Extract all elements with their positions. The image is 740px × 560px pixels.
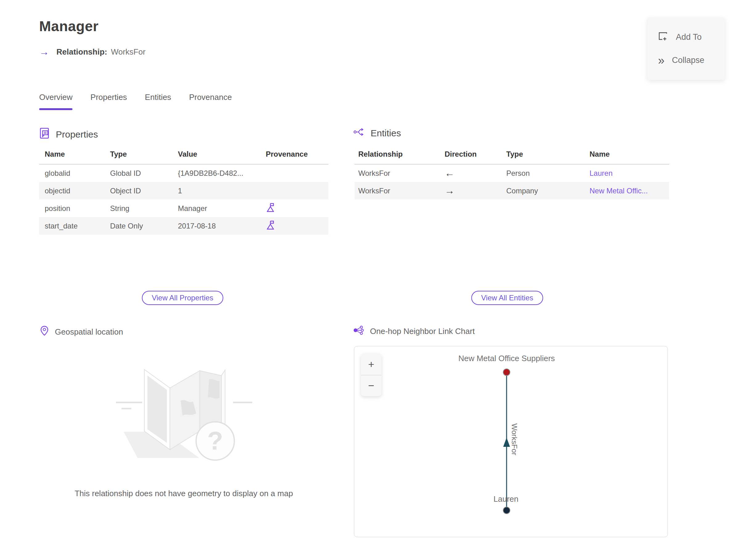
- col-name: Name: [586, 150, 669, 159]
- node-label-person: Lauren: [494, 494, 519, 504]
- document-note-icon: [39, 127, 50, 141]
- relationship-detail-page: Manager → Relationship: WorksFor Add To …: [0, 0, 740, 560]
- prop-name: start_date: [39, 222, 104, 230]
- col-name: Name: [39, 150, 104, 159]
- relationship-value: WorksFor: [111, 47, 146, 57]
- tab-properties[interactable]: Properties: [90, 93, 127, 110]
- edge-arrowhead-icon: [503, 438, 510, 447]
- no-geometry-message: This relationship does not have geometry…: [75, 489, 293, 498]
- entity-type: Company: [502, 187, 586, 195]
- prop-provenance: [260, 220, 329, 232]
- prop-provenance: [260, 202, 329, 215]
- relationship-label: Relationship:: [57, 47, 107, 57]
- relationship-subtitle: → Relationship: WorksFor: [39, 47, 146, 57]
- prop-name: position: [39, 204, 104, 213]
- prop-value: 2017-08-18: [172, 222, 260, 230]
- prop-value: {1A9DB2B6-D482...: [172, 169, 260, 178]
- branch-arrows-icon: [353, 127, 364, 139]
- direction-arrow-icon: ←: [441, 168, 502, 179]
- prop-type: Date Only: [104, 222, 172, 230]
- node-label-company: New Metal Office Suppliers: [458, 354, 555, 363]
- provenance-flag-icon[interactable]: [266, 220, 276, 232]
- share-nodes-icon: [353, 325, 364, 337]
- zoom-control: + −: [361, 354, 381, 396]
- col-direction: Direction: [441, 150, 502, 159]
- provenance-flag-icon[interactable]: [266, 202, 276, 215]
- col-type: Type: [104, 150, 172, 159]
- entities-section-title: Entities: [371, 128, 401, 138]
- edge-label: WorksFor: [510, 424, 519, 456]
- svg-text:?: ?: [207, 426, 223, 455]
- entity-name-link[interactable]: New Metal Offic...: [586, 187, 669, 195]
- entity-relationship: WorksFor: [355, 187, 441, 195]
- double-chevron-right-icon: »: [658, 55, 664, 66]
- view-all-properties-button[interactable]: View All Properties: [142, 291, 223, 305]
- properties-table: Name Type Value Provenance globalid Glob…: [39, 150, 329, 235]
- collapse-label: Collapse: [672, 56, 704, 65]
- col-value: Value: [172, 150, 260, 159]
- tab-entities[interactable]: Entities: [145, 93, 171, 110]
- relationship-arrow-icon: →: [39, 47, 49, 57]
- link-chart-section-title: One-hop Neighbor Link Chart: [370, 326, 475, 336]
- col-type: Type: [502, 150, 586, 159]
- zoom-in-button[interactable]: +: [361, 354, 381, 375]
- collapse-button[interactable]: » Collapse: [648, 55, 725, 66]
- prop-value: Manager: [172, 204, 260, 213]
- link-chart-canvas: + − New Metal Office Suppliers WorksFor …: [354, 346, 668, 537]
- properties-section-title: Properties: [56, 129, 98, 140]
- view-all-entities-button[interactable]: View All Entities: [471, 291, 543, 305]
- node-dot-person[interactable]: [503, 507, 510, 514]
- map-placeholder-illustration: ?: [110, 352, 258, 470]
- prop-name: objectid: [39, 187, 104, 195]
- tab-overview[interactable]: Overview: [39, 93, 73, 110]
- tab-provenance[interactable]: Provenance: [189, 93, 232, 110]
- prop-type: String: [104, 204, 172, 213]
- prop-value: 1: [172, 187, 260, 195]
- add-to-label: Add To: [676, 32, 702, 42]
- add-to-button[interactable]: Add To: [648, 31, 725, 43]
- entity-type: Person: [502, 169, 586, 178]
- table-row: WorksFor ← Person Lauren: [355, 164, 669, 182]
- entity-name-link[interactable]: Lauren: [586, 169, 669, 178]
- link-chart-section-header: One-hop Neighbor Link Chart: [353, 325, 475, 337]
- add-to-window-icon: [658, 31, 668, 43]
- table-row: WorksFor → Company New Metal Offic...: [355, 182, 669, 199]
- direction-arrow-icon: →: [441, 185, 502, 196]
- zoom-out-button[interactable]: −: [361, 375, 381, 396]
- col-provenance: Provenance: [260, 150, 329, 159]
- entity-relationship: WorksFor: [355, 169, 441, 178]
- prop-name: globalid: [39, 169, 104, 178]
- action-panel: Add To » Collapse: [648, 18, 725, 80]
- prop-type: Object ID: [104, 187, 172, 195]
- geospatial-section-title: Geospatial location: [55, 327, 123, 337]
- table-row: objectid Object ID 1: [39, 182, 329, 199]
- table-row: globalid Global ID {1A9DB2B6-D482...: [39, 164, 329, 182]
- geospatial-section-header: Geospatial location: [40, 325, 123, 338]
- entities-table-header: Relationship Direction Type Name: [355, 150, 669, 164]
- col-relationship: Relationship: [355, 150, 441, 159]
- properties-section-header: Properties: [39, 127, 98, 141]
- entities-table: Relationship Direction Type Name WorksFo…: [355, 150, 669, 199]
- map-pin-icon: [40, 325, 49, 338]
- table-row: position String Manager: [39, 199, 329, 217]
- prop-type: Global ID: [104, 169, 172, 178]
- entities-section-header: Entities: [353, 127, 401, 139]
- tab-bar: Overview Properties Entities Provenance: [39, 93, 232, 110]
- properties-table-header: Name Type Value Provenance: [39, 150, 329, 164]
- node-dot-company[interactable]: [503, 369, 510, 376]
- page-title: Manager: [39, 18, 99, 34]
- table-row: start_date Date Only 2017-08-18: [39, 217, 329, 235]
